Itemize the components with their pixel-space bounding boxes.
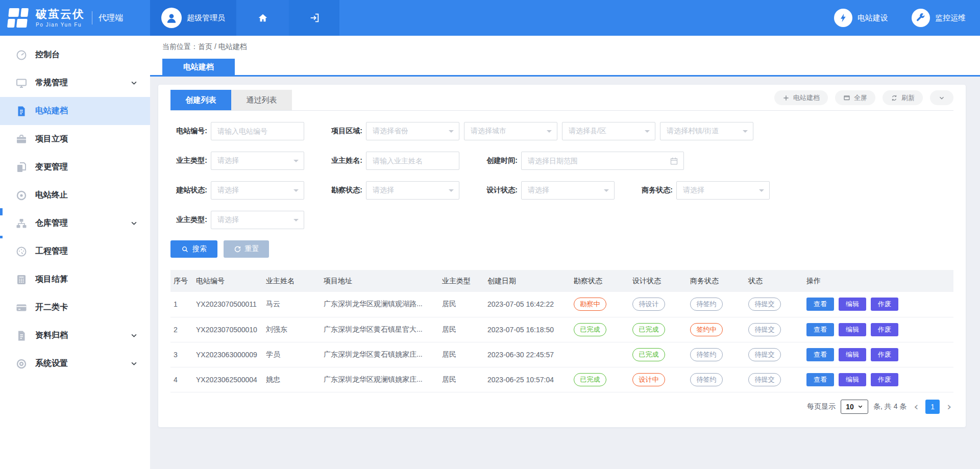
view-button[interactable]: 查看 [806,373,834,386]
brand-logo-icon [7,8,31,28]
filter-field-city-select: 请选择城市 [464,122,557,140]
cell-survey: 已完成 [571,367,629,392]
filter-label: 业主类型: [170,215,207,225]
station-no-input[interactable] [211,122,304,140]
column-header-5: 创建日期 [484,270,571,292]
sidebar-item-label: 变更管理 [35,162,68,172]
sidebar-item-3[interactable]: 项目立项 [0,125,150,153]
next-page-button[interactable]: › [945,401,953,412]
cell-address: 广东深圳龙华区黄石镇姚家庄... [321,342,439,367]
select-placeholder: 请选择城市 [464,127,506,136]
view-button[interactable]: 查看 [806,348,834,361]
caret-down-icon [449,130,454,135]
cell-station_no: YX2023070500010 [193,317,263,342]
user-segment[interactable]: 超级管理员 [150,0,236,36]
tab-passed-list[interactable]: 通过列表 [231,90,292,110]
tab-create-list[interactable]: 创建列表 [170,90,231,110]
owner-name-input[interactable] [366,152,459,170]
refresh-icon [891,94,898,102]
void-button[interactable]: 作废 [871,348,898,361]
page-tab[interactable]: 电站建档 [162,59,235,75]
sidebar-item-0[interactable]: 控制台 [0,41,150,69]
content-card: 创建列表通过列表 电站建档 全屏 刷新 [158,85,966,427]
design-status-select[interactable]: 请选择 [521,181,615,200]
edit-button[interactable]: 编辑 [839,373,866,386]
province-select[interactable]: 请选择省份 [366,122,459,140]
cell-business: 待签约 [687,292,745,317]
home-button[interactable] [236,0,289,36]
per-page-value: 10 [846,403,854,411]
sidebar-item-10[interactable]: 资料归档 [0,322,150,350]
calendar-icon [670,157,678,165]
edit-button[interactable]: 编辑 [839,323,866,336]
search-icon [181,245,189,253]
quick-link-monitor-ops[interactable]: 监控运维 [912,9,966,27]
prev-page-button[interactable]: ‹ [912,401,920,412]
view-button[interactable]: 查看 [806,298,834,311]
owner-type-select[interactable]: 请选择 [211,152,304,170]
void-button[interactable]: 作废 [871,298,898,311]
cell-owner: 学员 [263,342,321,367]
create-station-label: 电站建档 [793,93,820,103]
build-status-select[interactable]: 请选择 [211,181,304,200]
sidebar-item-label: 开二类卡 [35,302,68,313]
owner-name-input[interactable] [366,152,459,169]
station-no-input[interactable] [211,122,304,140]
sidebar-item-4[interactable]: 变更管理 [0,153,150,181]
briefcase-icon [15,133,28,145]
quick-link-station-build[interactable]: 电站建设 [834,9,888,27]
logout-button[interactable] [289,0,339,36]
search-button[interactable]: 搜索 [170,240,217,258]
owner-type-select-2[interactable]: 请选择 [211,211,304,229]
cell-owner_type: 居民 [439,342,484,367]
breadcrumb-strip: 当前位置：首页 / 电站建档 电站建档 [150,36,980,77]
sidebar-item-1[interactable]: 常规管理 [0,69,150,97]
edit-button[interactable]: 编辑 [839,298,866,311]
cell-status: 待提交 [745,342,803,367]
table-row-1: 2YX2023070500010刘强东广东深圳龙华区黄石镇星官大...居民202… [170,317,953,342]
fullscreen-button[interactable]: 全屏 [835,90,875,105]
caret-down-icon [293,219,299,224]
collapse-button[interactable] [930,90,953,105]
reset-button[interactable]: 重置 [224,240,269,258]
cell-created: 2023-06-30 22:45:57 [484,342,571,367]
per-page-select[interactable]: 10 [841,400,868,414]
select-placeholder: 请选择 [211,215,239,225]
cell-address: 广东深圳龙华区观澜镇姚家庄... [321,367,439,392]
cell-survey: 已完成 [571,317,629,342]
cell-status: 待提交 [745,317,803,342]
filter-field-business-status-select: 商务状态:请选择 [636,181,770,200]
district-select[interactable]: 请选择县/区 [562,122,655,140]
brand: 破茧云伏 Po Jian Yun Fu 代理端 [0,0,150,36]
town-select[interactable]: 请选择村镇/街道 [660,122,753,140]
refresh-button[interactable]: 刷新 [883,90,923,105]
survey-status-badge: 勘察中 [574,298,606,311]
created-date-range-input[interactable] [522,152,683,169]
sidebar-item-11[interactable]: 系统设置 [0,350,150,378]
edit-button[interactable]: 编辑 [839,348,866,361]
create-station-button[interactable]: 电站建档 [774,90,828,105]
reset-icon [234,245,241,253]
table-row-0: 1YX2023070500011马云广东深圳龙华区观澜镇观湖路...居民2023… [170,292,953,317]
page-number-button[interactable]: 1 [925,400,940,414]
content: 创建列表通过列表 电站建档 全屏 刷新 [150,77,980,439]
survey-status-select[interactable]: 请选择 [366,181,459,200]
sidebar: 控制台常规管理电站建档项目立项变更管理电站终止仓库管理工程管理项目结算开二类卡资… [0,36,150,469]
sidebar-item-8[interactable]: 项目结算 [0,265,150,293]
breadcrumb: 当前位置：首页 / 电站建档 [162,42,247,52]
created-date-range-input[interactable] [521,152,684,170]
business-status-badge: 签约中 [690,323,723,336]
void-button[interactable]: 作废 [871,323,898,336]
business-status-select[interactable]: 请选择 [676,181,770,200]
file-icon [15,330,28,342]
view-button[interactable]: 查看 [806,323,834,336]
sidebar-item-6[interactable]: 仓库管理 [0,209,150,237]
reset-label: 重置 [245,244,259,254]
sidebar-item-2[interactable]: 电站建档 [0,97,150,125]
city-select[interactable]: 请选择城市 [464,122,557,140]
sidebar-item-5[interactable]: 电站终止 [0,181,150,209]
chevron-down-icon [130,79,138,87]
sidebar-item-9[interactable]: 开二类卡 [0,293,150,322]
sidebar-item-7[interactable]: 工程管理 [0,237,150,265]
void-button[interactable]: 作废 [871,373,898,386]
